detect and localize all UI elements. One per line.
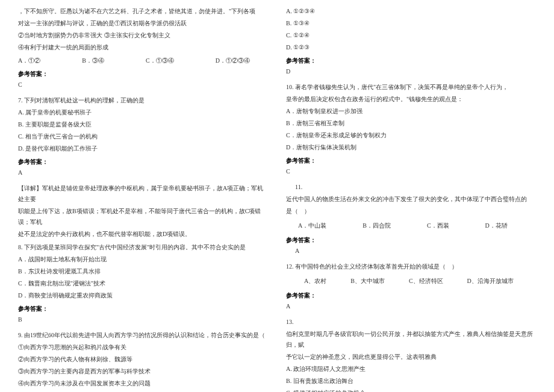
q10-question-2: 皇帝的最后决定权包含在政务运行的程式中。"钱穆先生的观点是： bbox=[286, 94, 536, 105]
q8-option-d: D．商鞅变法明确规定重农抑商政策 bbox=[18, 290, 268, 301]
q6-choice-a: A．①② bbox=[18, 55, 40, 66]
q6-choice-c: C．①③④ bbox=[146, 55, 174, 66]
q6-answer-label: 参考答案： bbox=[18, 69, 268, 79]
q13-number: 13. bbox=[286, 317, 536, 328]
q13-option-b: B. 旧有贵族退出政治舞台 bbox=[286, 376, 536, 387]
q11-question-1: 近代中国人的物质生活在外来文化的冲击下发生了很大的变化，其中体现了中西合璧特点的 bbox=[286, 194, 536, 205]
q8-option-c: C．魏晋南北朝出现"灌钢法"技术 bbox=[18, 278, 268, 289]
q11-question-2: 是（ ） bbox=[286, 206, 536, 217]
q12-answer: A bbox=[286, 301, 536, 312]
q8-answer-label: 参考答案： bbox=[18, 303, 268, 314]
q12-choice-c: C、经济特区 bbox=[409, 276, 443, 287]
q10-answer: C bbox=[286, 166, 536, 177]
q9-option-3: ③向西方学习的主要内容是西方的军事与科学技术 bbox=[18, 366, 268, 377]
q9-answer-label: 参考答案： bbox=[286, 55, 536, 66]
q10-option-c: C．唐朝皇帝还未形成足够的专制权力 bbox=[286, 130, 536, 141]
q11-choices: A．中山装 B．四合院 C．西装 D．花轿 bbox=[286, 220, 536, 231]
q9-option-1: ①向西方学习思潮的兴起和鸦片战争有关 bbox=[18, 342, 268, 353]
q6-text-1: ，下不知所守。臣愚以为诸不在六艺之科、孔子之术者，皆绝其道，勿使并进。"下列各项 bbox=[18, 6, 268, 17]
q7-explain-1: 【详解】军机处是辅佐皇帝处理政事的中枢机构，属于皇帝机要秘书班子，故A项正确；军… bbox=[18, 183, 268, 205]
q7-option-b: B. 主要职能是监督各级大臣 bbox=[18, 119, 268, 130]
q7-answer-label: 参考答案： bbox=[18, 157, 268, 167]
q9-question: 9. 由19世纪60年代以前先进中国人向西方学习的情况所得的认识和结论，符合历史… bbox=[18, 330, 268, 341]
q6-text-2: 对这一主张的理解与评议，正确的是①西汉初期各学派仍很活跃 bbox=[18, 18, 268, 29]
q9-option-2: ②向西方学习的代表人物有林则徐、魏源等 bbox=[18, 354, 268, 365]
q6-choice-b: B．③④ bbox=[82, 55, 104, 66]
q11-choice-d: D．花轿 bbox=[485, 220, 508, 231]
q10-answer-label: 参考答案： bbox=[286, 155, 536, 166]
q13-option-c: C. 提供了相对广泛的参政机会 bbox=[286, 388, 536, 392]
q7-question: 7. 下列对清朝军机处这一机构的理解，正确的是 bbox=[18, 95, 268, 106]
q12-choice-a: A、农村 bbox=[304, 276, 326, 287]
page-container: ，下不知所守。臣愚以为诸不在六艺之科、孔子之术者，皆绝其道，勿使并进。"下列各项… bbox=[0, 0, 554, 392]
q6-choices: A．①② B．③④ C．①③④ D．①②③④ bbox=[18, 55, 268, 66]
q7-explain-2: 职能是上传下达，故B项错误；军机处不是宰相，不能等同于唐代三省合一的机构，故C项… bbox=[18, 206, 268, 228]
q13-question-2: 予它以一定的神圣意义，因此也更显得公平。这表明雅典 bbox=[286, 352, 536, 362]
q12-question: 12. 有中国特色的社会主义经济体制改革首先开始的领域是（ ） bbox=[286, 261, 536, 272]
q11-choice-c: C．西装 bbox=[427, 220, 449, 231]
q11-choice-b: B．四合院 bbox=[363, 220, 391, 231]
q10-option-a: A．唐朝专制皇权进一步加强 bbox=[286, 106, 536, 117]
q9-option-4: ④向西方学习尚未涉及在中国发展资本主义的问题 bbox=[18, 378, 268, 389]
left-column: ，下不知所守。臣愚以为诸不在六艺之科、孔子之术者，皆绝其道，勿使并进。"下列各项… bbox=[18, 6, 268, 392]
q7-explain-3: 处不是法定的中央行政机构，也不能代替宰相职能，故D项错误。 bbox=[18, 229, 268, 240]
q8-answer: B bbox=[18, 314, 268, 325]
q6-option-4: ④有利于封建大一统的局面的形成 bbox=[18, 42, 268, 53]
q8-option-a: A．战国时期土地私有制开始出现 bbox=[18, 254, 268, 265]
q12-choice-b: B、大中城市 bbox=[350, 276, 385, 287]
q13-option-a: A. 政治环境阻碍人文思潮产生 bbox=[286, 364, 536, 375]
q13-question-1: 伯利克里时期几乎各级官职向一切公民开放，并都以抽签方式产生，雅典人相信抽签是天意… bbox=[286, 329, 536, 350]
q6-choice-d: D．①②③④ bbox=[216, 55, 250, 66]
q12-choices: A、农村 B、大中城市 C、经济特区 D、沿海开放城市 bbox=[286, 276, 536, 287]
q9-choice-a: A. ①②③④ bbox=[286, 6, 536, 17]
q9-answer: D bbox=[286, 66, 536, 77]
right-column: A. ①②③④ B. ①③④ C. ①②④ D. ①②③ 参考答案： D 10.… bbox=[286, 6, 536, 392]
q11-answer: A bbox=[286, 246, 536, 257]
q6-answer: C bbox=[18, 79, 268, 90]
q9-choice-d: D. ①②③ bbox=[286, 42, 536, 53]
q8-option-b: B．东汉杜诗发明灌溉工具水排 bbox=[18, 266, 268, 277]
q6-option-2: ②当时地方割据势力仍非常强大 ③主张实行文化专制主义 bbox=[18, 30, 268, 41]
q11-answer-label: 参考答案： bbox=[286, 235, 536, 246]
q7-answer: A bbox=[18, 167, 268, 178]
q9-choice-c: C. ①②④ bbox=[286, 30, 536, 41]
q11-number: 11. bbox=[286, 182, 536, 193]
q9-choice-b: B. ①③④ bbox=[286, 18, 536, 29]
q10-question-1: 10. 著名学者钱穆先生认为，唐代"在三省体制下，决策不再是单纯的皇帝个人行为， bbox=[286, 82, 536, 93]
q11-choice-a: A．中山装 bbox=[298, 220, 326, 231]
q12-choice-d: D、沿海开放城市 bbox=[467, 276, 514, 287]
q12-answer-label: 参考答案： bbox=[286, 290, 536, 301]
q7-option-a: A. 属于皇帝的机要秘书班子 bbox=[18, 107, 268, 118]
q10-option-b: B．唐朝三省相互牵制 bbox=[286, 118, 536, 129]
q8-question: 8. 下列选项是某班同学在探究"古代中国经济发展"时引用的内容。其中不符合史实的… bbox=[18, 242, 268, 253]
q7-option-d: D. 是替代宰相职能的工作班子 bbox=[18, 143, 268, 154]
q10-option-d: D．唐朝实行集体决策机制 bbox=[286, 142, 536, 153]
q7-option-c: C. 相当于唐代三省合一的机构 bbox=[18, 131, 268, 142]
